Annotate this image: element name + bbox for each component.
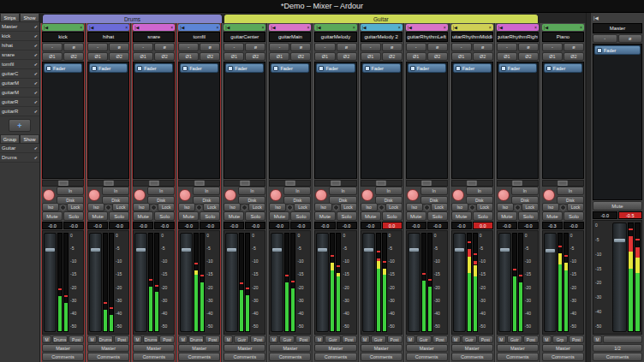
strip-channel-2-button[interactable]: Ø2 — [337, 52, 357, 61]
metering-button[interactable]: M — [451, 335, 461, 343]
strip-color-bar[interactable]: |◀ × — [87, 24, 129, 31]
strip-name-button[interactable]: guitarCenter — [224, 32, 265, 42]
strip-phase-button[interactable]: ø — [200, 43, 220, 51]
strip-close-icon[interactable]: × — [398, 25, 401, 30]
fader-handle[interactable] — [500, 248, 510, 252]
peak-display[interactable]: -0.0 — [200, 222, 220, 229]
group-button[interactable]: Gutr — [234, 335, 249, 343]
strip-input-button[interactable]: - — [361, 43, 381, 51]
meter-point-button[interactable]: Post — [569, 335, 584, 343]
strip-close-icon[interactable]: × — [353, 25, 355, 30]
strip-item-checkbox[interactable]: ✔ — [34, 80, 38, 86]
gain-display[interactable]: -0.0 — [451, 222, 472, 229]
strip-channel-1-button[interactable]: Ø1 — [178, 52, 199, 61]
solo-isolate-button[interactable]: Iso — [42, 203, 59, 211]
gain-fader[interactable] — [44, 233, 57, 332]
solo-isolate-button[interactable]: Iso — [497, 203, 514, 211]
solo-isolate-button[interactable]: Iso — [542, 203, 559, 211]
solo-lock-button[interactable]: Lock — [431, 203, 448, 211]
metering-button[interactable]: M — [361, 335, 370, 343]
strip-channel-2-button[interactable]: Ø2 — [290, 52, 311, 61]
strip-input-button[interactable]: - — [406, 43, 426, 51]
strip-item-checkbox[interactable]: ✔ — [34, 43, 38, 48]
fader-processor-entry[interactable]: Fader — [134, 63, 173, 73]
comments-button[interactable]: Comments — [542, 353, 584, 361]
solo-button[interactable]: Solo — [382, 211, 402, 221]
comments-button[interactable]: Comments — [451, 353, 493, 361]
solo-lock-button[interactable]: Lock — [476, 203, 493, 211]
metering-button[interactable]: M — [497, 335, 506, 343]
sidebar-strip-item[interactable]: guitarR✔ — [0, 107, 39, 116]
record-arm-button[interactable] — [43, 189, 55, 201]
strip-channel-1-button[interactable]: Ø1 — [269, 52, 289, 61]
fader-handle[interactable] — [91, 248, 100, 252]
monitor-input-button[interactable]: In — [57, 187, 84, 195]
master-fader-processor[interactable]: Fader — [594, 45, 641, 55]
strip-input-button[interactable]: - — [87, 43, 108, 51]
output-button[interactable]: Master — [314, 344, 356, 352]
solo-lock-button[interactable]: Lock — [340, 203, 357, 211]
pan-handle[interactable] — [331, 181, 341, 186]
master-comments-button[interactable]: Comments — [593, 353, 642, 361]
strip-close-icon[interactable]: × — [261, 25, 264, 30]
group-button[interactable]: Drums — [143, 335, 158, 343]
output-button[interactable]: Master — [133, 344, 175, 352]
fader-handle[interactable] — [272, 248, 282, 252]
strip-collapse-icon[interactable]: |◀ — [362, 25, 367, 30]
solo-isolate-button[interactable]: Iso — [269, 203, 286, 211]
strip-channel-1-button[interactable]: Ø1 — [361, 52, 381, 61]
gain-display[interactable]: -0.0 — [361, 222, 381, 229]
peak-display[interactable]: -0.0 — [518, 222, 539, 229]
solo-isolate-button[interactable]: Iso — [224, 203, 241, 211]
solo-button[interactable]: Solo — [200, 211, 220, 221]
strip-collapse-icon[interactable]: |◀ — [225, 25, 230, 30]
meter-point-button[interactable]: Post — [69, 335, 84, 343]
panner[interactable] — [361, 180, 402, 187]
strip-phase-button[interactable]: ø — [427, 43, 448, 51]
strip-phase-button[interactable]: ø — [518, 43, 539, 51]
fader-handle[interactable] — [182, 248, 191, 252]
mute-button[interactable]: Mute — [314, 211, 335, 221]
processor-box[interactable]: Fader — [42, 62, 84, 179]
sidebar-strip-item[interactable]: guitarM✔ — [0, 88, 39, 98]
group-button[interactable]: Drums — [52, 335, 68, 343]
strip-input-button[interactable]: - — [269, 43, 289, 51]
strip-input-button[interactable]: - — [314, 43, 335, 51]
solo-button[interactable]: Solo — [109, 211, 129, 221]
mute-button[interactable]: Mute — [542, 211, 563, 221]
processor-box[interactable]: Fader — [87, 62, 129, 179]
strip-collapse-icon[interactable]: |◀ — [44, 25, 48, 30]
output-button[interactable]: Master — [406, 344, 448, 352]
processor-box[interactable]: Fader — [451, 62, 493, 179]
strip-close-icon[interactable]: × — [307, 25, 310, 30]
solo-button[interactable]: Solo — [518, 211, 539, 221]
gain-display[interactable]: -0.0 — [178, 222, 199, 229]
gain-fader[interactable] — [544, 233, 557, 332]
strip-channel-1-button[interactable]: Ø1 — [497, 52, 517, 61]
strip-color-bar[interactable]: |◀ × — [361, 24, 402, 31]
solo-lock-button[interactable]: Lock — [294, 203, 311, 211]
panner[interactable] — [42, 180, 84, 187]
pan-handle[interactable] — [285, 181, 295, 186]
gain-fader[interactable] — [180, 233, 193, 332]
meter-point-button[interactable]: Post — [432, 335, 448, 343]
gain-fader[interactable] — [453, 233, 466, 332]
strip-item-checkbox[interactable]: ✔ — [34, 24, 38, 29]
panner[interactable] — [87, 180, 129, 187]
processor-box[interactable]: Fader — [224, 62, 265, 179]
fader-processor-entry[interactable]: Fader — [453, 63, 492, 73]
peak-display[interactable]: 0.0 — [473, 222, 493, 229]
solo-lock-button[interactable]: Lock — [522, 203, 539, 211]
strip-close-icon[interactable]: × — [216, 25, 218, 30]
solo-isolate-button[interactable]: Iso — [178, 203, 195, 211]
fader-processor-entry[interactable]: Fader — [408, 63, 446, 73]
strip-phase-button[interactable]: ø — [109, 43, 129, 51]
strip-input-button[interactable]: - — [451, 43, 472, 51]
meter-point-button[interactable]: Post — [250, 335, 265, 343]
processor-box[interactable]: Fader — [178, 62, 220, 179]
group-item-checkbox[interactable]: ✔ — [34, 145, 38, 151]
pan-handle[interactable] — [513, 181, 522, 186]
fader-processor-entry[interactable]: Fader — [180, 63, 218, 73]
strip-channel-2-button[interactable]: Ø2 — [200, 52, 220, 61]
gain-display[interactable]: -0.3 — [542, 222, 563, 229]
